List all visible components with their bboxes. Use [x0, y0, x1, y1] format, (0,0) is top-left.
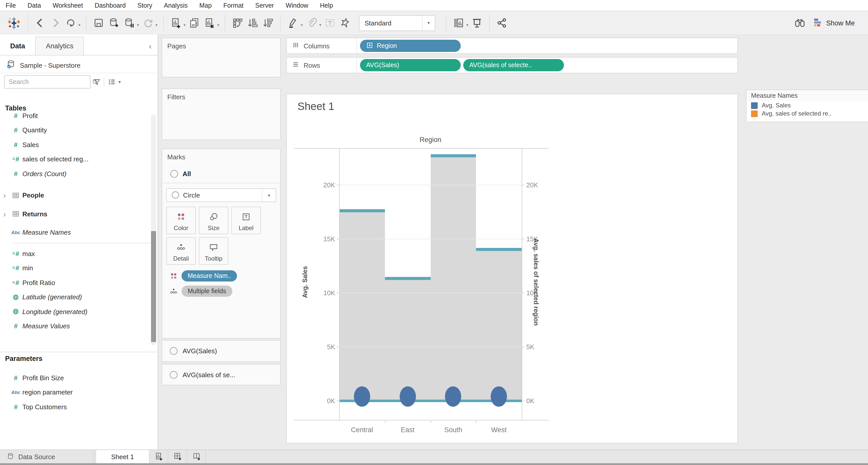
cap-south[interactable] [430, 154, 476, 157]
category-label-west[interactable]: West [476, 426, 522, 434]
circle-mark-central[interactable] [354, 386, 370, 406]
pill-region[interactable]: Region [360, 40, 461, 52]
new-worksheet-button[interactable] [170, 15, 182, 31]
clear-sheet-button[interactable] [204, 15, 215, 31]
list-view-icon[interactable] [105, 76, 118, 88]
marks-subcard-avg-sales-selected[interactable]: AVG(sales of se... [162, 364, 281, 385]
scrollbar-thumb[interactable] [151, 231, 156, 342]
refresh-button[interactable] [142, 15, 153, 31]
legend-item[interactable]: Avg. Sales [746, 101, 868, 109]
field-max[interactable]: =#max [0, 246, 151, 261]
collapse-pane-button[interactable]: ‹ [143, 37, 158, 55]
chevron-down-icon[interactable]: ▾ [155, 22, 158, 28]
cap-east[interactable] [385, 277, 431, 280]
menu-story[interactable]: Story [137, 2, 152, 9]
chevron-down-icon[interactable]: ▾ [217, 22, 219, 28]
parameter-profit-bin-size[interactable]: #Profit Bin Size [0, 371, 151, 385]
chevron-down-icon[interactable]: ▾ [137, 22, 139, 28]
menu-file[interactable]: File [6, 2, 16, 9]
parameter-region-parameter[interactable]: Abcregion parameter [0, 385, 151, 400]
circle-mark-west[interactable] [491, 386, 507, 406]
marks-all-row[interactable]: All [162, 164, 280, 183]
menu-worksheet[interactable]: Worksheet [53, 2, 83, 9]
text-label-button[interactable] [324, 15, 336, 31]
columns-shelf[interactable]: Columns Region [286, 38, 738, 54]
share-button[interactable] [497, 15, 508, 31]
presentation-mode-button[interactable] [472, 15, 483, 31]
view-options-caret-icon[interactable]: ▾ [119, 79, 121, 85]
filter-funnel-icon[interactable] [91, 76, 103, 88]
field-longitude-generated[interactable]: Longitude (generated) [0, 304, 151, 319]
search-input[interactable] [5, 78, 92, 86]
chevron-down-icon[interactable]: ▾ [319, 22, 321, 28]
new-worksheet-button[interactable] [150, 450, 168, 464]
bar-central[interactable] [339, 211, 385, 402]
chevron-down-icon[interactable]: ▾ [184, 22, 186, 28]
circle-mark-east[interactable] [399, 386, 416, 406]
back-arrow-button[interactable] [35, 15, 46, 31]
tab-data[interactable]: Data [0, 37, 35, 55]
field-profit-ratio[interactable]: =#Profit Ratio [0, 275, 151, 290]
menu-window[interactable]: Window [285, 2, 308, 9]
menu-data[interactable]: Data [27, 2, 41, 9]
rows-shelf[interactable]: Rows AVG(Sales)AVG(sales of selecte.. [286, 57, 738, 73]
new-story-button[interactable] [187, 450, 206, 464]
add-data-source-button[interactable] [108, 15, 120, 31]
cap-west[interactable] [476, 248, 522, 251]
menu-server[interactable]: Server [255, 2, 274, 9]
save-button[interactable] [93, 15, 104, 31]
sort-descending-button[interactable] [262, 15, 274, 31]
size-button[interactable]: Size [199, 207, 228, 234]
field-min[interactable]: =#min [0, 261, 151, 275]
swap-axes-button[interactable] [232, 15, 243, 31]
legend-item[interactable]: Avg. sales of selected re.. [746, 109, 868, 117]
cap-central[interactable] [339, 209, 385, 212]
category-label-south[interactable]: South [430, 426, 476, 434]
field-measure-values[interactable]: #Measure Values [0, 319, 151, 333]
field-measure-names[interactable]: AbcMeasure Names [0, 225, 151, 240]
datasource-row[interactable]: Sample - Superstore [0, 58, 158, 73]
field-returns[interactable]: ›Returns [0, 207, 151, 221]
field-people[interactable]: ›People [0, 188, 151, 203]
expander-icon[interactable]: › [0, 191, 9, 200]
field-sales[interactable]: #Sales [0, 138, 151, 152]
sort-ascending-button[interactable] [247, 15, 258, 31]
field-sales-of-selected-reg[interactable]: =#sales of selected reg... [0, 152, 151, 167]
new-dashboard-button[interactable] [168, 450, 187, 464]
field-latitude-generated[interactable]: Latitude (generated) [0, 290, 151, 304]
menu-analysis[interactable]: Analysis [164, 2, 188, 9]
menu-map[interactable]: Map [199, 2, 212, 9]
duplicate-sheet-button[interactable] [189, 15, 200, 31]
filters-shelf[interactable]: Filters [162, 89, 281, 140]
pages-shelf[interactable]: Pages [162, 38, 281, 77]
pill-multiple-fields[interactable]: Multiple fields [182, 286, 232, 297]
field-profit[interactable]: #Profit [0, 109, 151, 123]
search-box[interactable] [4, 75, 91, 89]
menu-format[interactable]: Format [223, 2, 244, 9]
pill-avg-sales[interactable]: AVG(Sales) [360, 59, 461, 71]
show-me-button[interactable]: Show Me [812, 17, 855, 29]
chevron-down-icon[interactable]: ▾ [466, 22, 469, 28]
menu-help[interactable]: Help [320, 2, 333, 9]
chevron-down-icon[interactable]: ▾ [301, 22, 303, 28]
color-button[interactable]: Color [166, 207, 196, 234]
category-label-east[interactable]: East [385, 426, 430, 434]
bar-east[interactable] [385, 279, 431, 402]
measure-names-legend[interactable]: Measure Names Avg. SalesAvg. sales of se… [746, 90, 868, 122]
pill-measure-nam[interactable]: Measure Nam.. [182, 270, 237, 282]
expander-icon[interactable]: › [0, 210, 9, 219]
bar-west[interactable] [476, 250, 522, 402]
highlight-button[interactable] [287, 15, 299, 31]
pin-button[interactable] [340, 15, 351, 31]
paperclip-button[interactable] [306, 15, 317, 31]
fields-scrollbar[interactable] [151, 115, 156, 345]
detail-button[interactable]: Detail [166, 237, 196, 265]
pause-updates-button[interactable] [124, 15, 135, 31]
field-orders-count[interactable]: #Orders (Count) [0, 167, 151, 181]
chevron-down-icon[interactable]: ▾ [78, 22, 81, 28]
binoculars-button[interactable] [794, 15, 805, 31]
menu-dashboard[interactable]: Dashboard [95, 2, 126, 9]
chevron-down-icon[interactable]: ▾ [262, 189, 276, 202]
sheet-tab-sheet1[interactable]: Sheet 1 [96, 450, 150, 464]
chevron-down-icon[interactable]: ▾ [422, 16, 435, 30]
